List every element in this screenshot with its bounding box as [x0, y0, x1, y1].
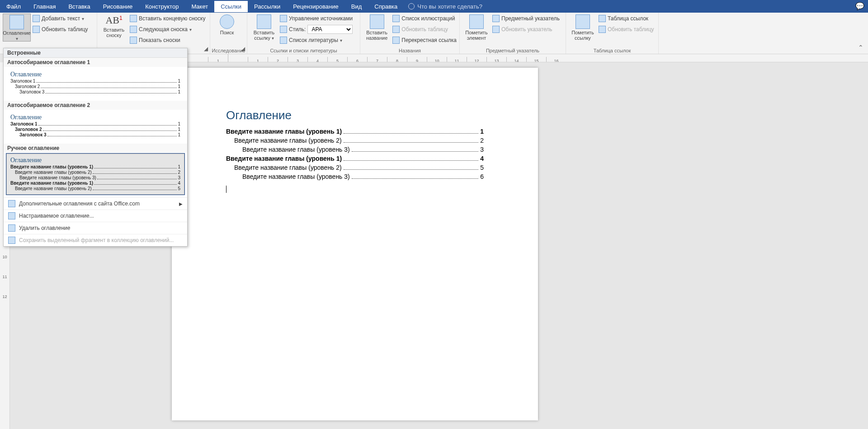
mark-entry-icon — [469, 14, 484, 29]
insert-footnote-label: Вставить сноску — [100, 27, 128, 38]
menu-insert[interactable]: Вставка — [62, 1, 96, 12]
toc-entry[interactable]: Введите название главы (уровень 1)4 — [226, 155, 484, 162]
menu-design[interactable]: Конструктор — [139, 1, 185, 12]
search-label: Поиск — [220, 30, 234, 35]
update-toc-button[interactable]: Обновить таблицу — [33, 24, 88, 34]
toc-auto2-option[interactable]: Оглавление Заголовок 11 Заголовок 21 Заг… — [6, 111, 184, 141]
remove-toc-button[interactable]: Удалить оглавление — [4, 222, 187, 234]
figures-list-button[interactable]: Список иллюстраций — [392, 14, 457, 23]
menu-references[interactable]: Ссылки — [214, 1, 248, 12]
document-page[interactable]: Оглавление Введите название главы (урове… — [172, 68, 538, 420]
insert-footnote-button[interactable]: AB1 Вставить сноску — [100, 14, 128, 45]
menu-layout[interactable]: Макет — [185, 1, 214, 12]
menu-mailings[interactable]: Рассылки — [248, 1, 287, 12]
update-index-icon — [492, 26, 500, 33]
more-toc-from-office[interactable]: Дополнительные оглавления с сайта Office… — [4, 197, 187, 210]
auto2-category: Автособираемое оглавление 2 — [4, 101, 187, 110]
show-footnotes-button[interactable]: Показать сноски — [130, 35, 205, 45]
style-icon — [280, 26, 287, 33]
save-toc-icon — [8, 237, 15, 244]
footnotes-dialog-launcher[interactable]: ◢ — [204, 46, 208, 52]
manage-sources-button[interactable]: Управление источниками — [280, 14, 353, 23]
next-footnote-icon — [130, 26, 137, 33]
menu-help[interactable]: Справка — [368, 1, 404, 12]
toc-entry[interactable]: Введите название главы (уровень 1)1 — [226, 128, 484, 135]
tell-me-search[interactable]: Что вы хотите сделать? — [408, 3, 482, 10]
text-cursor — [226, 186, 226, 193]
toa-icon — [599, 15, 606, 22]
update-index-button: Обновить указатель — [492, 24, 560, 34]
insert-citation-label: Вставить ссылку — [250, 30, 278, 41]
dropdown-header: Встроенные — [4, 48, 187, 58]
endnote-icon — [130, 15, 137, 22]
custom-toc-button[interactable]: Настраиваемое оглавление... — [4, 210, 187, 222]
cross-reference-button[interactable]: Перекрестная ссылка — [392, 35, 457, 45]
bibliography-button[interactable]: Список литературы — [280, 35, 353, 45]
lightbulb-icon — [408, 3, 415, 9]
tell-me-placeholder: Что вы хотите сделать? — [417, 3, 482, 10]
bibliography-icon — [280, 37, 287, 44]
insert-caption-button[interactable]: Вставить название — [363, 14, 391, 45]
manual-category: Ручное оглавление — [4, 144, 187, 153]
update-toa-icon — [599, 26, 606, 33]
menu-home[interactable]: Главная — [27, 1, 62, 12]
insert-citation-button[interactable]: Вставить ссылку — [250, 14, 278, 45]
figures-icon — [392, 15, 400, 22]
toc-entry[interactable]: Введите название главы (уровень 2)5 — [226, 164, 484, 171]
auto1-category: Автособираемое оглавление 1 — [4, 58, 187, 67]
toc-label: Оглавление — [3, 30, 30, 41]
manage-sources-icon — [280, 15, 287, 22]
mark-entry-button[interactable]: Пометить элемент — [462, 14, 491, 41]
mark-entry-label: Пометить элемент — [462, 30, 491, 41]
menu-review[interactable]: Рецензирование — [287, 1, 344, 12]
group-label-captions: Названия — [360, 48, 459, 53]
update-figures-button: Обновить таблицу — [392, 24, 457, 34]
toc-icon — [9, 15, 24, 29]
crossref-icon — [392, 37, 400, 44]
table-of-authorities-button[interactable]: Таблица ссылок — [599, 14, 654, 23]
insert-index-button[interactable]: Предметный указатель — [492, 14, 560, 23]
next-footnote-button[interactable]: Следующая сноска — [130, 24, 205, 34]
menu-view[interactable]: Вид — [345, 1, 368, 12]
office-icon — [8, 200, 15, 207]
group-label-authorities: Таблица ссылок — [566, 48, 658, 53]
toc-entry[interactable]: Введите название главы (уровень 3)6 — [226, 173, 484, 180]
menu-file[interactable]: Файл — [0, 1, 27, 12]
toc-dropdown: Встроенные Автособираемое оглавление 1 О… — [3, 48, 188, 247]
comments-icon[interactable]: 💬 — [855, 2, 864, 10]
toc-button[interactable]: Оглавление — [3, 14, 31, 42]
mark-citation-label: Пометить ссылку — [569, 30, 597, 41]
collapse-ribbon-button[interactable]: ⌃ — [858, 44, 863, 51]
save-toc-selection: Сохранить выделенный фрагмент в коллекци… — [4, 234, 187, 246]
preview-title: Оглавление — [10, 114, 180, 121]
citation-style-row: Стиль: APA — [280, 24, 353, 34]
insert-endnote-button[interactable]: Вставить концевую сноску — [130, 14, 205, 23]
update-toa-button: Обновить таблицу — [599, 24, 654, 34]
toc-entry[interactable]: Введите название главы (уровень 2)2 — [226, 137, 484, 144]
menu-bar: Файл Главная Вставка Рисование Конструкт… — [0, 0, 868, 13]
doc-toc-title: Оглавление — [226, 108, 484, 122]
citation-style-select[interactable]: APA — [307, 25, 353, 34]
index-icon — [492, 15, 500, 22]
add-text-button[interactable]: Добавить текст — [33, 14, 88, 23]
toc-auto1-option[interactable]: Оглавление Заголовок 11 Заголовок 21 Заг… — [6, 68, 184, 98]
update-toc-icon — [33, 26, 40, 33]
research-dialog-launcher[interactable]: ◢ — [241, 46, 245, 52]
group-label-citations: Ссылки и списки литературы — [247, 48, 360, 53]
mark-citation-icon — [576, 14, 590, 29]
menu-draw[interactable]: Рисование — [97, 1, 139, 12]
insert-caption-label: Вставить название — [363, 30, 391, 41]
remove-toc-icon — [8, 224, 15, 232]
citation-icon — [257, 14, 271, 29]
update-figures-icon — [392, 26, 400, 33]
toc-manual-option[interactable]: Оглавление Введите название главы (урове… — [6, 154, 184, 195]
mark-citation-button[interactable]: Пометить ссылку — [569, 14, 597, 41]
show-footnotes-icon — [130, 37, 137, 44]
style-label: Стиль: — [289, 26, 306, 33]
search-button[interactable]: Поиск — [213, 14, 241, 35]
preview-title: Оглавление — [10, 71, 180, 78]
add-text-icon — [33, 15, 40, 22]
toc-entry[interactable]: Введите название главы (уровень 3)3 — [226, 146, 484, 153]
search-icon — [220, 14, 234, 29]
custom-toc-icon — [8, 212, 15, 219]
